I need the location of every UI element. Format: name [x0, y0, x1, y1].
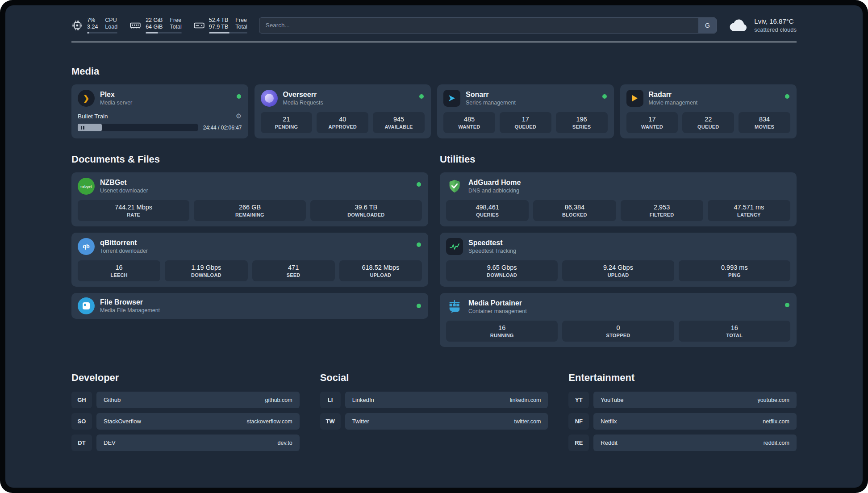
app-card-overseerr[interactable]: Overseerr Media Requests 21 PENDING 40 A…	[255, 84, 431, 138]
stat-tile: 744.21 Mbps RATE	[78, 200, 189, 221]
app-subtitle: Speedtest Tracking	[468, 248, 516, 254]
stat-value: 2,953	[622, 204, 701, 211]
search-input[interactable]	[259, 17, 717, 33]
app-subtitle: Media server	[100, 100, 132, 106]
cpu-label-top: CPU	[105, 17, 117, 23]
status-dot	[785, 94, 789, 99]
bookmark-reddit[interactable]: RE Reddit reddit.com	[568, 435, 797, 451]
stat-tile: 266 GB REMAINING	[194, 200, 305, 221]
stat-tile: 21 PENDING	[261, 112, 313, 133]
stat-value: 0	[564, 324, 672, 331]
bookmark-github[interactable]: GH Github github.com	[71, 392, 300, 408]
gear-icon[interactable]: ⚙	[236, 112, 242, 120]
app-card-plex[interactable]: ❯ Plex Media server Bullet Train ⚙	[71, 84, 248, 138]
bookmark-name: Github	[104, 397, 121, 403]
stat-tile: 17 QUEUED	[500, 112, 551, 133]
stat-value: 485	[445, 116, 493, 123]
top-bar: 7% CPU 3.24 Load 22 GiB Free 64 GiB T	[71, 17, 797, 33]
utilities-section-title: Utilities	[440, 154, 797, 165]
bookmark-abbr: TW	[320, 413, 341, 430]
bookmark-netflix[interactable]: NF Netflix netflix.com	[568, 413, 797, 430]
stat-tile: 834 MOVIES	[739, 112, 790, 133]
app-name: Sonarr	[466, 91, 516, 99]
stat-value: 1.19 Gbps	[167, 264, 246, 271]
cpu-progress-bar	[87, 32, 117, 33]
bookmark-link: DEV dev.to	[96, 435, 300, 451]
status-dot	[419, 94, 424, 99]
stat-value: 618.52 Mbps	[341, 264, 420, 271]
stat-label: QUEUED	[684, 124, 732, 130]
app-card-qbittorrent[interactable]: qb qBittorrent Torrent downloader 16 LEE…	[71, 233, 428, 287]
stat-label: STOPPED	[564, 333, 672, 338]
stat-tile: 16 LEECH	[78, 260, 160, 281]
stat-label: UPLOAD	[341, 272, 420, 278]
stat-tile: 471 SEED	[252, 260, 335, 281]
search-engine-button[interactable]: G	[698, 18, 716, 33]
cpu-metric: 7% CPU 3.24 Load	[71, 17, 117, 33]
stat-label: QUERIES	[448, 212, 527, 217]
app-card-adguard[interactable]: AdGuard Home DNS and adblocking 498,461 …	[440, 172, 797, 226]
stat-tile: 1.19 Gbps DOWNLOAD	[165, 260, 247, 281]
bookmark-abbr: DT	[71, 435, 92, 451]
cpu-label-bottom: Load	[105, 24, 117, 30]
bookmark-name: Twitter	[352, 418, 369, 425]
adguard-shield-icon	[446, 178, 463, 195]
stat-tile: 945 AVAILABLE	[373, 112, 425, 133]
bookmark-twitter[interactable]: TW Twitter twitter.com	[320, 413, 548, 430]
bookmark-link: StackOverflow stackoverflow.com	[96, 413, 300, 430]
ram-label-bottom: Total	[170, 24, 181, 30]
playback-time: 24:44 / 02:06:47	[203, 125, 242, 131]
app-subtitle: Container management	[468, 308, 527, 314]
app-card-speedtest[interactable]: Speedtest Speedtest Tracking 9.65 Gbps D…	[440, 233, 797, 287]
disk-metric: 52.4 TB Free 97.9 TB Total	[193, 17, 247, 33]
bookmark-link: YouTube youtube.com	[593, 392, 797, 408]
stat-value: 9.65 Gbps	[448, 264, 556, 271]
stat-label: UPLOAD	[564, 272, 672, 278]
app-subtitle: Series management	[466, 100, 516, 106]
bookmark-stackoverflow[interactable]: SO StackOverflow stackoverflow.com	[71, 413, 300, 430]
playback-progress-bar[interactable]	[78, 124, 198, 131]
stat-value: 945	[375, 116, 423, 123]
app-card-filebrowser[interactable]: File Browser Media File Management	[71, 293, 428, 319]
overseerr-icon	[261, 90, 278, 107]
bookmark-link: Github github.com	[96, 392, 300, 408]
section-media: Media ❯ Plex Media server Bullet Train ⚙	[71, 66, 797, 138]
bookmark-url: reddit.com	[764, 440, 789, 446]
stat-value: 40	[318, 116, 367, 123]
bookmark-abbr: LI	[320, 392, 341, 408]
app-name: Media Portainer	[468, 299, 527, 307]
bookmark-name: YouTube	[601, 397, 623, 403]
app-card-portainer[interactable]: Media Portainer Container management 16 …	[440, 293, 797, 347]
app-card-nzbget[interactable]: nzbget NZBGet Usenet downloader 744.21 M…	[71, 172, 428, 226]
stat-label: DOWNLOADED	[312, 212, 420, 217]
app-name: Radarr	[649, 91, 698, 99]
bookmark-url: netflix.com	[763, 418, 789, 425]
app-card-sonarr[interactable]: Sonarr Series management 485 WANTED 17 Q…	[437, 84, 614, 138]
ram-progress-bar	[146, 32, 182, 33]
stat-tile: 498,461 QUERIES	[446, 200, 529, 221]
app-name: Speedtest	[468, 239, 516, 247]
ram-metric: 22 GiB Free 64 GiB Total	[129, 17, 182, 33]
stat-label: FILTERED	[622, 212, 701, 217]
app-card-radarr[interactable]: Radarr Movie management 17 WANTED 22 QUE…	[620, 84, 797, 138]
bookmark-youtube[interactable]: YT YouTube youtube.com	[568, 392, 797, 408]
bookmark-dev[interactable]: DT DEV dev.to	[71, 435, 300, 451]
bookmark-linkedin[interactable]: LI LinkedIn linkedin.com	[320, 392, 548, 408]
app-name: Plex	[100, 91, 132, 99]
sonarr-icon	[443, 90, 460, 107]
app-name: Overseerr	[283, 91, 323, 99]
ram-free-value: 22 GiB	[146, 17, 163, 23]
bookmark-link: Netflix netflix.com	[593, 413, 797, 430]
ram-icon	[129, 20, 142, 31]
pause-icon[interactable]	[81, 126, 82, 130]
stat-value: 17	[628, 116, 676, 123]
disk-free-value: 52.4 TB	[209, 17, 229, 23]
stat-label: PENDING	[263, 124, 311, 130]
stat-value: 17	[501, 116, 550, 123]
ram-label-top: Free	[170, 17, 181, 23]
speedtest-graph-icon	[446, 238, 463, 255]
stat-value: 266 GB	[196, 204, 304, 211]
disk-total-value: 97.9 TB	[209, 24, 229, 30]
stat-value: 471	[254, 264, 333, 271]
stat-tile: 618.52 Mbps UPLOAD	[339, 260, 422, 281]
